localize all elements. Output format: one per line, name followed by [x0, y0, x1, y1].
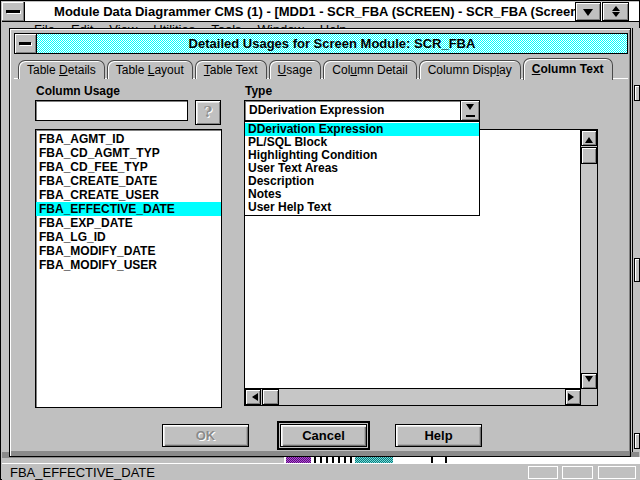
statusbar: FBA_EFFECTIVE_DATE [2, 463, 640, 480]
cancel-button[interactable]: Cancel [280, 424, 367, 447]
column-usage-label: Column Usage [36, 84, 120, 98]
dialog-titlebar: Detailed Usages for Screen Module: SCR_F… [14, 33, 628, 54]
vertical-scroll-thumb[interactable] [581, 147, 597, 164]
scroll-left-button[interactable] [245, 389, 261, 405]
arrow-left-icon [248, 393, 258, 401]
list-item[interactable]: FBA_AGMT_ID [36, 132, 221, 146]
screen: Module Data Diagrammer CMS (1) - [MDD1 -… [0, 0, 640, 480]
app-titlebar: Module Data Diagrammer CMS (1) - [MDD1 -… [2, 2, 639, 22]
cancel-button-default-ring: Cancel [277, 421, 370, 450]
tab[interactable]: Table Layout [107, 60, 193, 79]
list-item[interactable]: FBA_MODIFY_USER [36, 258, 221, 272]
column-usage-input[interactable] [35, 100, 188, 121]
tab[interactable]: Column Text [523, 58, 613, 80]
lookup-button[interactable]: ? [195, 100, 221, 125]
horizontal-scroll-thumb[interactable] [262, 389, 279, 405]
tab-page-column-text: Column Usage ? FBA_AGMT_IDFBA_CD_AGMT_TY… [14, 78, 628, 450]
dropdown-option[interactable]: User Help Text [245, 201, 479, 214]
dropdown-arrow-icon [466, 104, 474, 114]
tab-strip: Table DetailsTable LayoutTable TextUsage… [18, 57, 615, 79]
dialog-title: Detailed Usages for Screen Module: SCR_F… [37, 34, 627, 53]
type-label: Type [245, 84, 272, 98]
dropdown-arrow-icon [466, 115, 475, 117]
help-button[interactable]: Help [395, 424, 482, 447]
scroll-right-button[interactable] [565, 389, 581, 405]
minimize-button[interactable] [575, 2, 601, 21]
question-mark-icon: ? [204, 103, 213, 121]
dialog-sysmenu-button[interactable] [15, 34, 37, 53]
background-scrollbar-button [634, 433, 640, 449]
minus-icon [19, 42, 31, 45]
dialog-detailed-usages: Detailed Usages for Screen Module: SCR_F… [9, 28, 631, 457]
list-item[interactable]: FBA_CD_AGMT_TYP [36, 146, 221, 160]
list-item[interactable]: FBA_CD_FEE_TYP [36, 160, 221, 174]
statusbar-panel [562, 466, 593, 479]
vertical-scrollbar[interactable] [580, 130, 597, 389]
statusbar-text: FBA_EFFECTIVE_DATE [10, 464, 155, 480]
list-item[interactable]: FBA_LG_ID [36, 230, 221, 244]
list-item[interactable]: FBA_CREATE_DATE [36, 174, 221, 188]
type-combobox[interactable]: DDerivation Expression [244, 100, 480, 121]
type-combobox-value: DDerivation Expression [249, 101, 459, 120]
arrow-up-icon [585, 133, 593, 143]
restore-button[interactable] [602, 2, 629, 21]
list-item[interactable]: FBA_EFFECTIVE_DATE [36, 202, 221, 216]
ok-button[interactable]: OK [162, 424, 249, 447]
statusbar-panel [528, 466, 558, 479]
arrow-down-icon [585, 376, 593, 386]
tab[interactable]: Column Display [419, 60, 521, 79]
list-item[interactable]: FBA_EXP_DATE [36, 216, 221, 230]
horizontal-scrollbar[interactable] [245, 388, 581, 405]
type-dropdown-list: DDerivation ExpressionPL/SQL BlockHighli… [244, 121, 480, 216]
background-scrollbar-button [634, 85, 640, 101]
triangle-down-icon [583, 9, 593, 21]
statusbar-panel [598, 466, 636, 479]
column-usage-listbox[interactable]: FBA_AGMT_IDFBA_CD_AGMT_TYPFBA_CD_FEE_TYP… [35, 129, 222, 408]
background-scrollbar [632, 28, 640, 457]
list-item[interactable]: FBA_CREATE_USER [36, 188, 221, 202]
tab[interactable]: Table Details [18, 60, 105, 79]
triangle-up-icon [612, 2, 620, 11]
tab[interactable]: Column Detail [323, 60, 416, 79]
triangle-down-icon [612, 12, 620, 21]
arrow-right-icon [568, 393, 578, 401]
scroll-down-button[interactable] [581, 373, 597, 389]
background-scrollbar-thumb [634, 258, 640, 282]
combobox-dropdown-button[interactable] [460, 101, 479, 120]
app-title: Module Data Diagrammer CMS (1) - [MDD1 -… [2, 2, 639, 22]
tab[interactable]: Table Text [195, 60, 267, 79]
scroll-up-button[interactable] [581, 130, 597, 146]
scrollbar-corner [581, 389, 597, 405]
list-item[interactable]: FBA_MODIFY_DATE [36, 244, 221, 258]
tab[interactable]: Usage [269, 60, 322, 79]
